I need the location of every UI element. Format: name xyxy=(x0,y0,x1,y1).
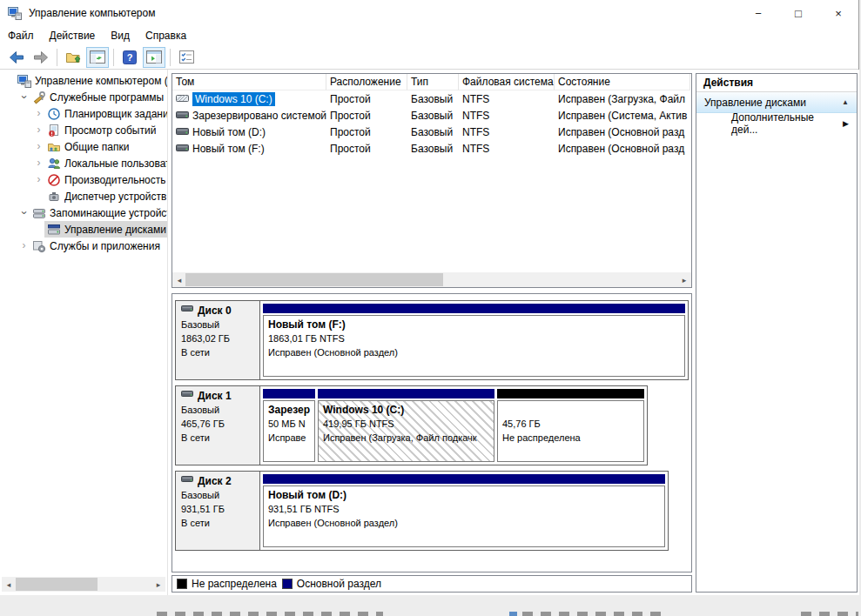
forward-icon[interactable] xyxy=(30,47,52,68)
sidebar-item-shared-folders[interactable]: ›Общие папки xyxy=(0,138,167,155)
disk-name-text: Диск 0 xyxy=(198,304,232,318)
help-icon[interactable]: ? xyxy=(118,47,141,68)
disk-partitions: Зарезер50 МБ NИсправеWindows 10 (C:)419,… xyxy=(260,386,647,465)
partition-body[interactable]: Новый том (D:)931,51 ГБ NTFSИсправен (Ос… xyxy=(263,485,665,547)
volume-row[interactable]: Новый том (D:)ПростойБазовыйNTFSИсправен… xyxy=(172,124,691,140)
tree-hscrollbar[interactable]: ◂▸ xyxy=(2,577,165,592)
maximize-button[interactable]: □ xyxy=(778,0,818,26)
scroll-thumb[interactable] xyxy=(185,273,443,286)
device-manager-icon xyxy=(47,190,61,204)
partition-body[interactable]: 45,76 ГБНе распределена xyxy=(497,400,644,462)
volume-status-cell: Исправен (Система, Актив xyxy=(555,107,690,124)
partition-status: Исправе xyxy=(268,431,310,445)
partition[interactable]: Новый том (D:)931,51 ГБ NTFSИсправен (Ос… xyxy=(263,474,665,547)
sidebar-item-local-users[interactable]: ›Локальные пользовате xyxy=(0,155,167,171)
volume-name-cell: Новый том (D:) xyxy=(172,124,326,140)
tree-item-label: Управление компьютером (л xyxy=(35,75,167,87)
disk-partitions: Новый том (D:)931,51 ГБ NTFSИсправен (Ос… xyxy=(260,472,668,550)
expander-closed-icon[interactable]: › xyxy=(18,240,30,251)
partition-unallocated[interactable]: 45,76 ГБНе распределена xyxy=(497,389,644,462)
menu-action[interactable]: Действие xyxy=(42,27,104,44)
sidebar-item-task-scheduler[interactable]: ›Планировщик заданий xyxy=(0,105,167,122)
column-header-2[interactable]: Расположение xyxy=(326,74,407,90)
sidebar-item-storage[interactable]: ›Запоминающие устройст xyxy=(0,204,167,221)
tree-item-content: Служебные программы xyxy=(30,89,166,105)
legend-item: Не распределена xyxy=(177,578,277,590)
partition[interactable]: Windows 10 (C:)419,95 ГБ NTFSИсправен (З… xyxy=(318,389,494,462)
volume-row[interactable]: Зарезервировано системойПростойБазовыйNT… xyxy=(172,107,691,124)
disk-status: В сети xyxy=(181,345,254,359)
close-button[interactable]: × xyxy=(818,0,858,26)
menu-view[interactable]: Вид xyxy=(103,27,138,44)
expander-closed-icon[interactable]: › xyxy=(33,124,44,136)
scroll-right-arrow[interactable]: ▸ xyxy=(151,580,165,589)
minimize-button[interactable]: − xyxy=(738,0,778,26)
sidebar-item-disk-management[interactable]: Управление дисками xyxy=(0,221,167,238)
partition-size: 419,95 ГБ NTFS xyxy=(323,417,489,431)
desktop-background xyxy=(0,595,861,616)
show-action-pane-icon[interactable] xyxy=(143,47,165,68)
partition-body[interactable]: Новый том (F:)1863,01 ГБ NTFSИсправен (О… xyxy=(263,315,685,377)
expander-closed-icon[interactable]: › xyxy=(33,157,44,169)
partition-body[interactable]: Зарезер50 МБ NИсправе xyxy=(263,400,315,462)
menu-file[interactable]: Файл xyxy=(0,27,42,44)
expander-closed-icon[interactable]: › xyxy=(33,174,44,185)
back-icon[interactable] xyxy=(5,47,28,68)
sidebar-item-event-viewer[interactable]: ›Просмотр событий xyxy=(0,122,167,138)
column-header-3[interactable]: Тип xyxy=(407,74,459,90)
disk-status: В сети xyxy=(181,516,254,530)
volume-name-cell: Windows 10 (C:) xyxy=(172,90,326,107)
volume-list-hscrollbar[interactable]: ◂ ▸ xyxy=(172,272,691,287)
expander-open-icon[interactable]: › xyxy=(18,91,30,103)
disk-type: Базовый xyxy=(181,403,254,417)
disk-header-0[interactable]: Диск 0Базовый1863,02 ГБВ сети xyxy=(176,301,260,379)
properties-icon[interactable] xyxy=(175,47,198,68)
disk-drive-icon xyxy=(181,304,194,318)
tree-item-content: Службы и приложения xyxy=(30,238,163,254)
actions-section-disk-management[interactable]: Управление дисками ▲ xyxy=(696,92,857,113)
disk-graphical-view: Диск 0Базовый1863,02 ГБВ сетиНовый том (… xyxy=(172,293,692,572)
expander-closed-icon[interactable]: › xyxy=(33,108,44,119)
disk-row-0: Диск 0Базовый1863,02 ГБВ сетиНовый том (… xyxy=(175,300,689,380)
menu-bar: ФайлДействиеВидСправка xyxy=(0,26,858,45)
actions-pane: Действия Управление дисками ▲ Дополнител… xyxy=(696,73,858,593)
sidebar-item-system-tools[interactable]: ›Служебные программы xyxy=(0,89,167,105)
partition-color-band xyxy=(263,304,685,313)
volume-row[interactable]: Новый том (F:)ПростойБазовыйNTFSИсправен… xyxy=(172,140,691,157)
disk-header-2[interactable]: Диск 2Базовый931,51 ГБВ сети xyxy=(176,472,260,550)
sidebar-item-services-apps[interactable]: ›Службы и приложения xyxy=(0,238,167,254)
actions-item-more-actions[interactable]: Дополнительные дей... ▶ xyxy=(696,113,857,134)
show-console-tree-icon[interactable] xyxy=(86,47,109,68)
volume-status-cell: Исправен (Загрузка, Файл xyxy=(555,90,690,107)
expander-open-icon[interactable]: › xyxy=(18,207,30,218)
volume-row[interactable]: Windows 10 (C:)ПростойБазовыйNTFSИсправе… xyxy=(172,90,691,107)
sidebar-item-device-manager[interactable]: Диспетчер устройств xyxy=(0,188,167,204)
sidebar-item-performance[interactable]: ›Производительность xyxy=(0,171,167,188)
partition-body[interactable]: Windows 10 (C:)419,95 ГБ NTFSИсправен (З… xyxy=(318,400,494,462)
tree-item-label: Службы и приложения xyxy=(50,240,160,252)
volume-icon xyxy=(176,124,189,140)
tree-item-content: Просмотр событий xyxy=(44,122,158,138)
sidebar-item-computer-management[interactable]: Управление компьютером (л xyxy=(0,72,167,89)
main-area: Управление компьютером (л›Служебные прог… xyxy=(0,70,859,595)
scroll-thumb[interactable] xyxy=(16,578,98,591)
partition-status: Исправен (Основной раздел) xyxy=(268,345,680,359)
collapse-arrow-icon[interactable]: ▲ xyxy=(842,98,849,106)
volume-layout-cell: Простой xyxy=(326,90,407,107)
scroll-right-arrow[interactable]: ▸ xyxy=(677,276,691,285)
partition[interactable]: Зарезер50 МБ NИсправе xyxy=(263,389,315,462)
expander-closed-icon[interactable]: › xyxy=(33,141,44,152)
scroll-left-arrow[interactable]: ◂ xyxy=(172,276,186,285)
partition-title: Windows 10 (C:) xyxy=(323,403,489,417)
up-folder-icon[interactable] xyxy=(62,47,84,68)
scroll-left-arrow[interactable]: ◂ xyxy=(2,580,16,589)
column-header-4[interactable]: Файловая система xyxy=(459,74,555,90)
column-header-5[interactable]: Состояние xyxy=(555,74,690,90)
partition-size: 50 МБ N xyxy=(268,417,310,431)
disk-header-1[interactable]: Диск 1Базовый465,76 ГБВ сети xyxy=(176,386,260,465)
menu-help[interactable]: Справка xyxy=(138,27,194,44)
computer-management-window: Управление компьютером − □ × ФайлДействи… xyxy=(0,0,859,595)
disk-drive-icon xyxy=(181,474,194,488)
partition[interactable]: Новый том (F:)1863,01 ГБ NTFSИсправен (О… xyxy=(263,304,685,377)
column-header-1[interactable]: Том xyxy=(172,74,326,90)
